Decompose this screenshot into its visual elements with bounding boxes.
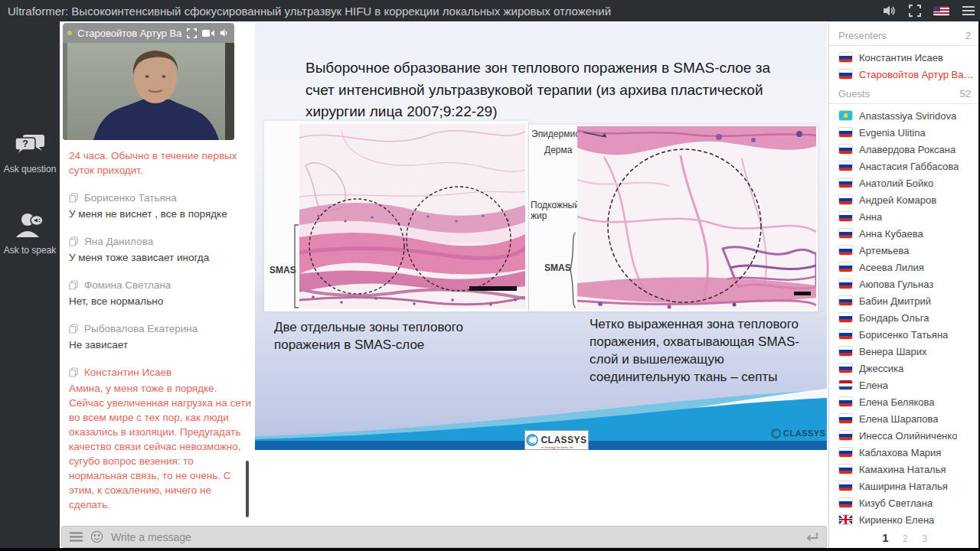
guest-name: Каблахова Мария bbox=[859, 447, 941, 458]
language-us-flag[interactable] bbox=[933, 6, 949, 16]
chat-message: Рыбовалова Екатерина Не зависает bbox=[69, 321, 251, 352]
guests-count: 52 bbox=[960, 88, 971, 99]
country-flag bbox=[839, 380, 852, 390]
guest-row[interactable]: Артемьева bbox=[829, 242, 980, 259]
guest-row[interactable]: Алавердова Роксана bbox=[829, 141, 980, 158]
chat-author: Фомина Светлана bbox=[84, 278, 171, 292]
ask-question-button[interactable]: ? Ask question bbox=[0, 133, 60, 174]
country-flag bbox=[839, 145, 852, 154]
guest-row[interactable]: Джессика bbox=[829, 360, 980, 377]
guest-row[interactable]: Борисенко Татьяна bbox=[829, 326, 980, 343]
guest-name: Кириенко Елена bbox=[859, 514, 934, 526]
chat-panel: 24 часа. Обычно в течение первых суток п… bbox=[69, 148, 251, 522]
status-dot bbox=[67, 31, 72, 35]
screen-edge bbox=[0, 548, 980, 551]
copy-icon[interactable] bbox=[69, 193, 78, 203]
copy-icon[interactable] bbox=[69, 367, 78, 377]
video-header: Старовойтов Артур Ва... bbox=[63, 23, 234, 43]
svg-text:?: ? bbox=[22, 138, 28, 149]
guest-name: Бабин Дмитрий bbox=[859, 295, 931, 307]
chat-message: Яна Данилова У меня тоже зависает иногда bbox=[69, 234, 251, 265]
chat-scrollbar[interactable] bbox=[246, 461, 249, 517]
country-flag bbox=[839, 498, 852, 507]
volume-icon[interactable] bbox=[220, 28, 230, 37]
guest-row[interactable]: Елена Шарапова bbox=[829, 410, 980, 427]
histology-image-right: Эпидермис Дерма Подкожный жир SMAS bbox=[529, 125, 818, 311]
fullscreen-icon[interactable] bbox=[909, 5, 921, 17]
chat-message: Фомина Светлана Нет, все нормально bbox=[69, 278, 251, 308]
volume-icon[interactable] bbox=[883, 5, 897, 17]
ask-to-speak-button[interactable]: Ask to speak bbox=[0, 211, 60, 256]
menu-icon[interactable] bbox=[962, 5, 975, 16]
chat-message: 24 часа. Обычно в течение первых суток п… bbox=[69, 148, 251, 178]
guests-pagination: 1 2 3 bbox=[829, 531, 980, 545]
guest-row[interactable]: Кизуб Светлана bbox=[829, 494, 980, 511]
ask-question-label: Ask question bbox=[0, 164, 60, 174]
chat-text: Нет, все нормально bbox=[69, 294, 251, 308]
guest-row[interactable]: Anastassiya Sviridova bbox=[829, 107, 980, 124]
guests-label: Guests bbox=[838, 88, 870, 99]
guest-row[interactable]: Елена Белякова bbox=[829, 393, 980, 410]
guest-row[interactable]: Андрей Комаров bbox=[829, 191, 980, 208]
guest-name: Елена bbox=[859, 380, 888, 391]
guest-row[interactable]: Бондарь Ольга bbox=[829, 309, 980, 326]
guest-row[interactable]: Evgenia Ulitina bbox=[829, 124, 980, 141]
presenter-name: Константин Исаев bbox=[859, 52, 943, 64]
camera-icon[interactable] bbox=[202, 29, 214, 37]
chat-author: Яна Данилова bbox=[84, 234, 153, 249]
copy-icon[interactable] bbox=[69, 236, 78, 246]
presenter-row[interactable]: Константин Исаев bbox=[829, 49, 980, 66]
page-number[interactable]: 3 bbox=[922, 533, 927, 544]
window-title-bar: Ultraformer: Высокоинтенсивный сфокусиро… bbox=[0, 0, 980, 21]
country-flag bbox=[839, 465, 852, 474]
chat-text: 24 часа. Обычно в течение первых суток п… bbox=[69, 148, 251, 178]
country-flag bbox=[839, 246, 852, 255]
guest-row[interactable]: Елена bbox=[829, 377, 980, 393]
guest-row[interactable]: Бабин Дмитрий bbox=[829, 292, 980, 309]
chat-menu-icon[interactable] bbox=[70, 532, 83, 542]
guest-row[interactable]: Анна Кубаева bbox=[829, 225, 980, 242]
copy-icon[interactable] bbox=[69, 280, 78, 290]
emoji-icon[interactable] bbox=[90, 530, 103, 543]
guest-row[interactable]: Каблахова Мария bbox=[829, 444, 980, 461]
guest-name: Елена Шарапова bbox=[859, 413, 938, 425]
classys-logo-icon bbox=[771, 429, 781, 439]
presenter-row[interactable]: Старовойтов Артур Василье... bbox=[829, 66, 980, 83]
guest-name: Anastassiya Sviridova bbox=[859, 110, 956, 122]
country-flag bbox=[839, 70, 852, 79]
guest-row[interactable]: Анна bbox=[829, 208, 980, 225]
guest-name: Артемьева bbox=[859, 245, 910, 256]
send-return-icon[interactable] bbox=[805, 532, 818, 543]
guest-name: Анатолий Бойко bbox=[859, 178, 933, 189]
country-flag bbox=[839, 53, 852, 62]
guest-row[interactable]: Кириенко Елена bbox=[829, 511, 980, 528]
smas-label: SMAS bbox=[270, 265, 296, 276]
country-flag bbox=[839, 313, 852, 322]
guest-row[interactable]: Каширина Наталья bbox=[829, 478, 980, 494]
guest-row[interactable]: Венера Шарих bbox=[829, 343, 980, 360]
guest-row[interactable]: Анастасия Габбасова bbox=[829, 158, 980, 174]
classys-tagline: technology for better life bbox=[541, 446, 586, 448]
guest-row[interactable]: Камахина Наталья bbox=[829, 461, 980, 478]
derma-label: Дерма bbox=[544, 145, 572, 155]
page-number[interactable]: 1 bbox=[882, 531, 888, 544]
guest-name: Анна bbox=[859, 211, 882, 223]
guest-row[interactable]: Асеева Лилия bbox=[829, 259, 980, 276]
guest-name: Evgenia Ulitina bbox=[859, 127, 926, 139]
country-flag bbox=[839, 161, 852, 171]
fullscreen-icon[interactable] bbox=[187, 28, 197, 38]
country-flag bbox=[839, 296, 852, 305]
classys-logo-icon bbox=[526, 434, 538, 446]
guest-name: Асеева Лилия bbox=[859, 262, 924, 273]
caption-right: Четко выраженная зона теплового поражени… bbox=[590, 316, 823, 386]
page-number[interactable]: 2 bbox=[903, 533, 908, 544]
classys-logo: CLASSYS technology for better life bbox=[524, 430, 589, 450]
guest-row[interactable]: Анатолий Бойко bbox=[829, 174, 980, 191]
copy-icon[interactable] bbox=[69, 324, 78, 334]
guest-name: Бондарь Ольга bbox=[859, 312, 929, 324]
country-flag bbox=[839, 128, 852, 137]
presenters-count: 2 bbox=[965, 30, 971, 41]
guest-row[interactable]: Аюпова Гульназ bbox=[829, 276, 980, 292]
guest-row[interactable]: Инесса Олийниченко bbox=[829, 427, 980, 444]
message-input[interactable] bbox=[111, 531, 797, 543]
